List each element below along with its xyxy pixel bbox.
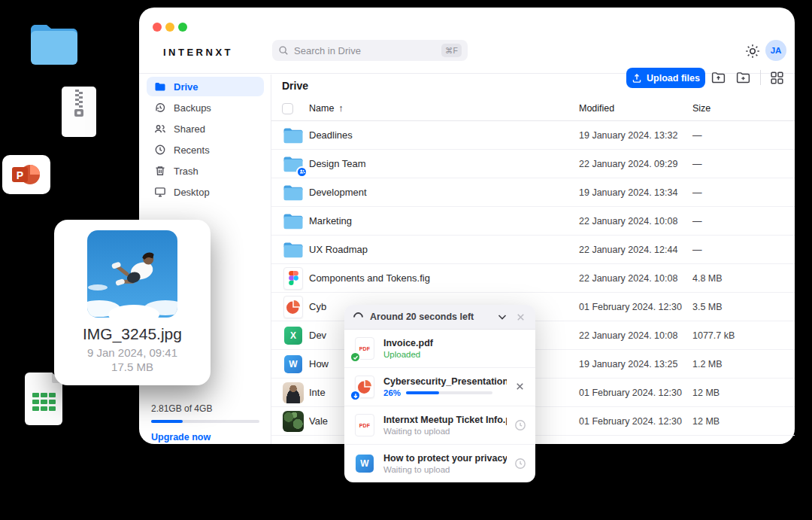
photo-thumbnail: [87, 230, 177, 318]
table-row[interactable]: Development 19 January 2024. 13:34 —: [271, 178, 795, 207]
table-row[interactable]: UX Roadmap 22 January 2024. 12:44 —: [271, 236, 795, 264]
upgrade-now-link[interactable]: Upgrade now: [151, 432, 259, 442]
sidebar-item-label: Shared: [174, 123, 205, 135]
sidebar-item-drive[interactable]: Drive: [147, 77, 264, 96]
image-preview-card[interactable]: IMG_3245.jpg 9 Jan 2024, 09:41 17.5 MB: [54, 220, 211, 385]
row-name: Design Team: [309, 158, 579, 169]
sidebar-item-shared[interactable]: Shared: [147, 119, 264, 138]
drive-icon: [154, 81, 166, 93]
cancel-upload-icon[interactable]: [514, 381, 526, 392]
excel-file-icon: X: [282, 324, 304, 347]
upload-item[interactable]: PDF Internxt Meetup Ticket Info.pdf Wait…: [344, 406, 535, 444]
upload-item[interactable]: Cybersecurity_Presentation.ppt 26%: [344, 367, 535, 406]
floating-zip-file-icon[interactable]: [62, 87, 96, 137]
row-name: Marketing: [309, 215, 579, 227]
word-file-icon: W: [353, 451, 376, 476]
folder-icon: [282, 210, 304, 233]
search-shortcut-badge: ⌘F: [441, 44, 462, 57]
upload-item-status: Waiting to upload: [383, 427, 507, 436]
user-avatar[interactable]: JA: [765, 40, 786, 61]
waiting-clock-icon: [514, 419, 526, 431]
storage-widget: 2.81GB of 4GB Upgrade now: [151, 403, 259, 442]
table-header-row: Name ↑ Modified Size: [271, 96, 795, 121]
recents-icon: [154, 144, 166, 156]
header-modified[interactable]: Modified: [579, 103, 692, 114]
floating-folder-icon[interactable]: [28, 21, 80, 68]
upload-percent: 26%: [383, 388, 401, 397]
upload-files-label: Upload files: [647, 73, 700, 84]
row-size: —: [692, 130, 783, 141]
row-modified: 22 January 2024. 12:44: [579, 245, 692, 255]
sidebar-item-backups[interactable]: Backups: [147, 98, 264, 117]
header-name[interactable]: Name: [309, 103, 334, 114]
sidebar-item-label: Backups: [174, 102, 211, 114]
sidebar-item-desktop[interactable]: Desktop: [147, 182, 264, 202]
row-modified: 01 February 2024. 12:30: [579, 416, 692, 427]
shared-folder-icon: [282, 153, 304, 175]
table-row[interactable]: Deadlines 19 January 2024. 13:32 —: [271, 121, 795, 150]
sidebar-item-recents[interactable]: Recents: [147, 140, 264, 160]
table-row[interactable]: Components and Tokens.fig 22 January 202…: [271, 264, 795, 293]
upload-item[interactable]: PDF Invoice.pdf Uploaded: [344, 330, 535, 367]
powerpoint-file-icon: [282, 296, 304, 318]
table-row[interactable]: Design Team 22 January 2024. 09:29 —: [271, 150, 795, 178]
shared-badge-icon: [296, 166, 308, 178]
chevron-down-icon[interactable]: [496, 311, 508, 323]
upload-item-name: How to protect your privacy.doc: [383, 453, 507, 464]
desktop-background: P: [0, 0, 812, 520]
traffic-light-minimize[interactable]: [165, 23, 174, 32]
powerpoint-file-icon: [353, 374, 376, 400]
new-folder-button[interactable]: [735, 70, 751, 86]
upload-item-list: PDF Invoice.pdf Uploaded Cybersecurity_P…: [344, 330, 535, 482]
row-modified: 22 January 2024. 09:29: [579, 159, 692, 169]
row-name: UX Roadmap: [309, 244, 579, 255]
powerpoint-logo-icon: P: [12, 162, 41, 187]
search-input[interactable]: Search in Drive ⌘F: [272, 40, 468, 61]
search-placeholder: Search in Drive: [294, 45, 436, 56]
page-title: Drive: [282, 80, 308, 92]
folder-plus-icon: [735, 70, 751, 86]
sidebar-item-label: Desktop: [174, 187, 210, 198]
row-size: —: [692, 187, 783, 198]
pdf-file-icon: PDF: [353, 412, 376, 438]
row-size: —: [692, 245, 783, 255]
grid-view-button[interactable]: [769, 70, 785, 86]
word-file-icon: W: [282, 353, 304, 376]
traffic-light-close[interactable]: [153, 23, 162, 32]
figma-file-icon: [282, 267, 304, 290]
row-modified: 19 January 2024. 13:34: [579, 187, 692, 198]
grid-view-icon: [769, 70, 785, 86]
pdf-file-icon: PDF: [353, 336, 376, 361]
upload-progress-popup: Around 20 seconds left PDF Invoice.pdf U…: [344, 305, 535, 482]
photo-thumbnail: [282, 410, 304, 433]
upload-progress-bar: [406, 391, 492, 394]
svg-text:P: P: [17, 169, 23, 181]
upload-folder-button[interactable]: [710, 70, 726, 86]
header-size[interactable]: Size: [692, 103, 783, 114]
select-all-checkbox[interactable]: [282, 103, 293, 114]
row-modified: 22 January 2024. 10:08: [579, 216, 692, 227]
table-row[interactable]: Marketing 22 January 2024. 10:08 —: [271, 207, 795, 236]
sidebar-item-trash[interactable]: Trash: [147, 161, 264, 181]
row-name: Development: [309, 187, 579, 198]
row-modified: 19 January 2024. 13:25: [579, 359, 692, 369]
upload-item[interactable]: W How to protect your privacy.doc Waitin…: [344, 444, 535, 482]
traffic-light-zoom[interactable]: [178, 23, 187, 32]
trash-icon: [154, 165, 166, 177]
row-size: 4.8 MB: [692, 273, 783, 284]
row-modified: 19 January 2024. 13:32: [579, 130, 692, 141]
sort-ascending-icon[interactable]: ↑: [338, 103, 343, 114]
image-size: 17.5 MB: [54, 360, 211, 373]
upload-item-status: Uploaded: [383, 350, 507, 359]
upload-item-name: Cybersecurity_Presentation.ppt: [383, 376, 507, 387]
uploaded-check-icon: [350, 351, 361, 363]
close-icon[interactable]: [515, 312, 526, 323]
sidebar-item-label: Trash: [174, 166, 198, 177]
floating-powerpoint-icon[interactable]: P: [2, 155, 50, 194]
storage-progress-fill: [151, 420, 183, 423]
settings-button[interactable]: [744, 43, 761, 59]
row-modified: 01 February 2024. 12:30: [579, 388, 692, 398]
upload-files-button[interactable]: Upload files: [626, 68, 705, 88]
uploading-arrow-icon: [350, 390, 361, 401]
window-topbar: INTERNXT Search in Drive ⌘F JA: [139, 8, 795, 74]
